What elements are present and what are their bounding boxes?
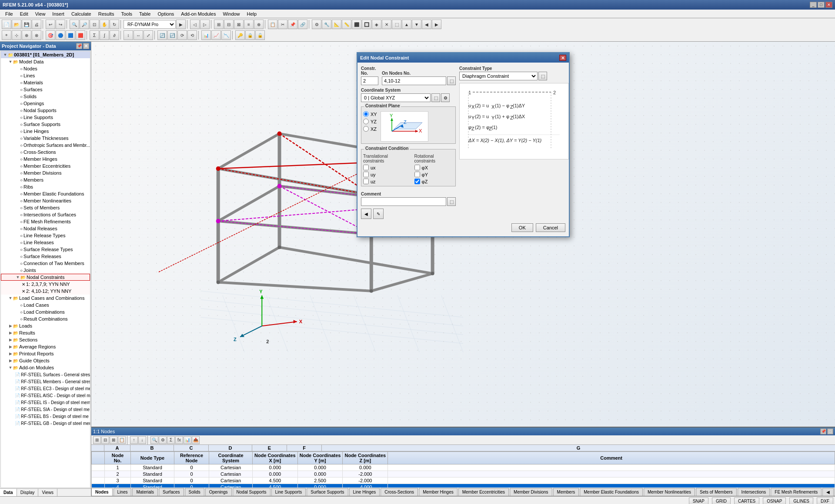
tb8[interactable]: 📋	[268, 20, 277, 29]
edit-btn[interactable]: ✎	[373, 209, 384, 219]
undo-btn[interactable]: ↩	[46, 20, 55, 29]
tb22[interactable]: ▼	[412, 20, 421, 29]
left-tab-views[interactable]: Views	[38, 489, 57, 496]
save-btn[interactable]: 💾	[22, 20, 31, 29]
tb33[interactable]: Σ	[90, 30, 99, 40]
tree-nc-1[interactable]: ✕ 1: 2,3,7,9; YYN NNY	[1, 281, 90, 288]
cb-ux[interactable]: ux	[363, 165, 407, 170]
tb24[interactable]: ▶	[432, 20, 441, 29]
glines-btn[interactable]: GLINES	[789, 497, 813, 504]
comment-input[interactable]	[361, 197, 446, 206]
tree-rf-steel-is[interactable]: 📄RF-STEEL IS - Design of steel mem	[1, 399, 90, 406]
print-btn[interactable]: 🖨	[32, 20, 41, 29]
tbl-btn2[interactable]: ⊟	[101, 436, 109, 444]
tbl-btn5[interactable]: ↑	[130, 436, 138, 444]
tree-variable-thick[interactable]: ○Variable Thicknesses	[1, 135, 90, 142]
tab-nodal-supports[interactable]: Nodal Supports	[233, 488, 271, 496]
tb41[interactable]: ⟳	[177, 30, 187, 40]
constr-no-input[interactable]	[361, 76, 378, 85]
tree-nc-2[interactable]: ✕ 2: 4,10-12; YYN NNY	[1, 288, 90, 295]
module-dropdown[interactable]: RF-DYNAM Pro	[124, 20, 176, 29]
cb-uy[interactable]: uy	[363, 172, 407, 177]
tb2[interactable]: ▷	[200, 20, 210, 29]
tree-guide-objects[interactable]: ▶📂Guide Objects	[1, 357, 90, 364]
tree-surfaces[interactable]: ○Surfaces	[1, 86, 90, 93]
cb-phix[interactable]: φX	[414, 165, 454, 170]
ok-button[interactable]: OK	[511, 223, 533, 232]
maximize-btn[interactable]: □	[818, 2, 825, 8]
cb-ux-input[interactable]	[363, 165, 369, 170]
tab-intersections[interactable]: Intersections	[738, 488, 770, 496]
cb-phiy[interactable]: φY	[414, 172, 454, 177]
coord-sys-btn1[interactable]: ⬚	[431, 93, 440, 102]
radio-yz[interactable]: YZ	[363, 119, 377, 124]
tree-member-hinges[interactable]: ○Member Hinges	[1, 156, 90, 162]
tb32[interactable]: 🟥	[76, 30, 85, 40]
tab-line-supports[interactable]: Line Supports	[271, 488, 306, 496]
tbl-btn12[interactable]: 📤	[192, 436, 200, 444]
tab-member-nonlin[interactable]: Member Nonlinearities	[644, 488, 695, 496]
constraint-type-select[interactable]: Diaphragm Constraint Rigid Constraint Fl…	[459, 72, 538, 80]
tab-member-div[interactable]: Member Divisions	[510, 488, 552, 496]
tab-member-hinges[interactable]: Member Hinges	[419, 488, 458, 496]
tb20[interactable]: ⬚	[392, 20, 401, 29]
tbl-btn10[interactable]: fx	[175, 436, 183, 444]
tree-model-data[interactable]: ▼ 📂 Model Data	[1, 58, 90, 65]
tree-rf-steel-ec3[interactable]: 📄RF-STEEL EC3 - Design of steel me	[1, 385, 90, 392]
coord-sys-btn2[interactable]: ⚙	[441, 93, 450, 102]
tb38[interactable]: ⤢	[144, 30, 153, 40]
tb14[interactable]: 📐	[332, 20, 341, 29]
tb46[interactable]: 🔑	[235, 30, 245, 40]
on-nodes-select-btn[interactable]: ⬚	[447, 76, 456, 85]
tab-scroll-left[interactable]: ◀	[822, 488, 834, 496]
tree-addon-modules[interactable]: ▼ 📂 Add-on Modules	[1, 364, 90, 371]
tree-load-cases[interactable]: ○Load Cases	[1, 302, 90, 308]
tree-load-cases-group[interactable]: ▼ 📂 Load Cases and Combinations	[1, 295, 90, 302]
menu-edit[interactable]: Edit	[17, 10, 32, 17]
tab-materials[interactable]: Materials	[132, 488, 158, 496]
module-run-btn[interactable]: ▶	[176, 20, 186, 29]
tb34[interactable]: ∫	[100, 30, 109, 40]
menu-calculate[interactable]: Calculate	[68, 10, 95, 17]
tb21[interactable]: ▲	[402, 20, 411, 29]
tree-nodal-releases[interactable]: ○Nodal Releases	[1, 225, 90, 232]
tree-members[interactable]: ○Members	[1, 176, 90, 183]
tab-surface-supports[interactable]: Surface Supports	[307, 488, 348, 496]
tb37[interactable]: ↔	[134, 30, 143, 40]
radio-xz[interactable]: XZ	[363, 126, 377, 132]
new-btn[interactable]: 📄	[2, 20, 11, 29]
menu-insert[interactable]: Insert	[49, 10, 68, 17]
tbl-btn7[interactable]: 🔍	[150, 436, 158, 444]
osnap-btn[interactable]: OSNAP	[763, 497, 786, 504]
cb-uz-input[interactable]	[363, 179, 369, 184]
tree-surface-releases[interactable]: ○Surface Releases	[1, 253, 90, 260]
tb47[interactable]: 🔒	[245, 30, 255, 40]
menu-help[interactable]: Help	[244, 10, 261, 17]
tb17[interactable]: 🔲	[362, 20, 371, 29]
cb-uy-input[interactable]	[363, 172, 369, 177]
tbl-btn6[interactable]: ↓	[138, 436, 146, 444]
menu-window[interactable]: Window	[219, 10, 243, 17]
radio-yz-input[interactable]	[363, 119, 369, 124]
tbl-btn1[interactable]: ⊞	[93, 436, 101, 444]
tree-results[interactable]: ▶📂Results	[1, 329, 90, 336]
zoom-in-btn[interactable]: 🔍	[70, 20, 79, 29]
tb40[interactable]: 🔃	[167, 30, 177, 40]
tree-ortho[interactable]: ○Orthotropic Surfaces and Membr...	[1, 142, 90, 149]
tree-line-hinges[interactable]: ○Line Hinges	[1, 128, 90, 135]
tb4[interactable]: ⊟	[224, 20, 234, 29]
cb-phix-input[interactable]	[414, 165, 420, 170]
tb3[interactable]: ⊞	[214, 20, 224, 29]
tbl-btn8[interactable]: ⚙	[159, 436, 167, 444]
tree-printout[interactable]: ▶📂Printout Reports	[1, 350, 90, 357]
tree-nodal-constraints[interactable]: ▼ 📂 Nodal Constraints	[1, 274, 90, 281]
tree-sections[interactable]: ▶📂Sections	[1, 336, 90, 343]
tab-member-elastic[interactable]: Member Elastic Foundations	[580, 488, 643, 496]
tb6[interactable]: ≡	[244, 20, 254, 29]
tb1[interactable]: ◁	[190, 20, 200, 29]
radio-xz-input[interactable]	[363, 126, 369, 132]
dxf-btn[interactable]: DXF	[817, 497, 833, 504]
tree-root[interactable]: ▼ 📁 003801* [01_Members_2D]	[1, 51, 90, 58]
menu-table[interactable]: Table	[136, 10, 154, 17]
menu-addon[interactable]: Add-on Modules	[177, 10, 219, 17]
